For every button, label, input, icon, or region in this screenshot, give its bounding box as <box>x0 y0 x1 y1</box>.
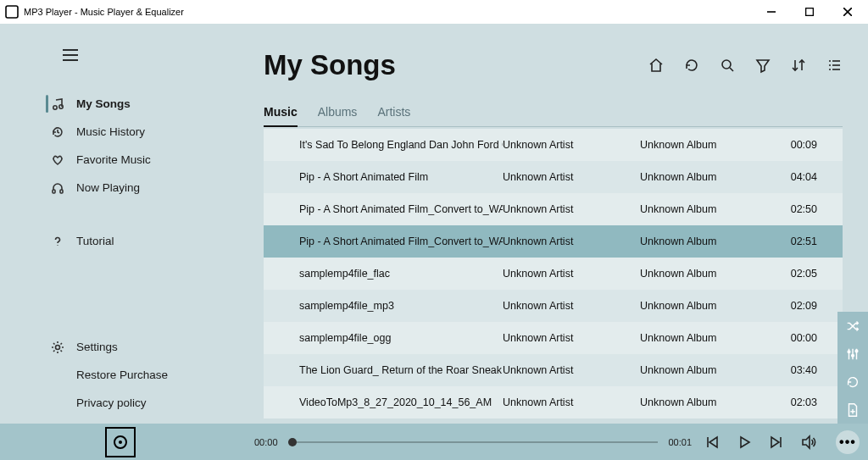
sidebar-item-label: Privacy policy <box>76 396 147 409</box>
svg-marker-16 <box>757 60 769 72</box>
content-area: My Songs Music Albums Artists It's Sad T… <box>238 24 868 424</box>
play-button[interactable] <box>736 434 753 451</box>
song-duration: 02:50 <box>770 203 829 215</box>
svg-marker-32 <box>709 437 717 447</box>
volume-button[interactable] <box>800 434 817 451</box>
song-duration: 00:09 <box>770 139 829 151</box>
minimize-button[interactable] <box>752 0 790 24</box>
sidebar: My Songs Music History Favorite Music No… <box>0 24 238 424</box>
song-album: Unknown Album <box>640 236 770 247</box>
next-button[interactable] <box>768 434 785 451</box>
svg-rect-2 <box>805 8 813 16</box>
equalizer-icon[interactable] <box>837 340 868 368</box>
song-artist: Unknown Artist <box>503 171 640 183</box>
window-titlebar: MP3 Player - Music Player & Equalizer <box>0 0 868 24</box>
headphones-icon <box>51 181 64 195</box>
svg-point-17 <box>829 60 831 62</box>
song-artist: Unknown Artist <box>503 300 640 312</box>
filter-icon[interactable] <box>754 57 771 74</box>
album-art-placeholder[interactable] <box>105 427 136 457</box>
search-icon[interactable] <box>719 57 736 74</box>
svg-marker-33 <box>741 437 749 447</box>
sidebar-item-now-playing[interactable]: Now Playing <box>0 174 238 202</box>
sidebar-item-label: My Songs <box>76 97 131 110</box>
svg-point-12 <box>57 244 58 245</box>
tab-albums[interactable]: Albums <box>318 105 358 126</box>
previous-button[interactable] <box>704 434 721 451</box>
tabs: Music Albums Artists <box>264 105 843 127</box>
seek-bar[interactable] <box>288 441 659 443</box>
history-icon <box>51 125 64 139</box>
hamburger-icon[interactable] <box>63 49 238 64</box>
song-row[interactable]: It's Sad To Belong England Dan John Ford… <box>264 129 843 161</box>
song-row[interactable]: The Lion Guard_ Return of the Roar Sneak… <box>264 354 843 386</box>
song-album: Unknown Album <box>640 332 770 344</box>
svg-rect-0 <box>6 6 18 18</box>
song-album: Unknown Album <box>640 203 770 215</box>
sidebar-item-label: Restore Purchase <box>76 369 168 381</box>
app-icon <box>5 5 19 19</box>
song-row[interactable]: Pip - A Short Animated FilmUnknown Artis… <box>264 161 843 193</box>
song-duration: 02:51 <box>770 236 829 247</box>
refresh-icon[interactable] <box>683 57 700 74</box>
list-settings-icon[interactable] <box>826 57 843 74</box>
song-duration: 04:04 <box>770 171 829 183</box>
gear-icon <box>51 341 64 354</box>
sidebar-item-label: Now Playing <box>76 181 140 194</box>
song-title: The Lion Guard_ Return of the Roar Sneak… <box>264 364 503 376</box>
song-artist: Unknown Artist <box>503 332 640 344</box>
svg-point-21 <box>829 69 831 70</box>
right-toolbar <box>837 312 868 424</box>
shuffle-icon[interactable] <box>837 312 868 340</box>
song-row[interactable]: samplemp4file_oggUnknown ArtistUnknown A… <box>264 322 843 354</box>
more-button[interactable]: ••• <box>836 430 860 454</box>
heart-icon <box>51 153 64 167</box>
header-toolbar <box>648 57 843 74</box>
song-album: Unknown Album <box>640 268 770 280</box>
sidebar-item-tutorial[interactable]: Tutorial <box>0 227 238 255</box>
sidebar-item-privacy-policy[interactable]: Privacy policy <box>0 389 238 417</box>
loop-icon[interactable] <box>837 368 868 396</box>
sidebar-item-label: Music History <box>76 125 145 138</box>
song-row[interactable]: samplemp4file_mp3Unknown ArtistUnknown A… <box>264 290 843 322</box>
sidebar-item-label: Favorite Music <box>76 153 151 166</box>
sidebar-item-settings[interactable]: Settings <box>0 333 238 361</box>
svg-point-9 <box>59 104 63 108</box>
svg-line-15 <box>730 68 733 71</box>
song-title: Pip - A Short Animated Film <box>264 171 503 183</box>
svg-point-13 <box>56 345 60 349</box>
sidebar-item-restore-purchase[interactable]: Restore Purchase <box>0 361 238 389</box>
music-note-icon <box>51 97 64 111</box>
svg-rect-11 <box>60 190 63 193</box>
sidebar-item-music-history[interactable]: Music History <box>0 118 238 146</box>
svg-rect-10 <box>53 190 55 193</box>
seek-thumb[interactable] <box>288 438 297 446</box>
tab-artists[interactable]: Artists <box>377 105 410 126</box>
song-artist: Unknown Artist <box>503 203 640 215</box>
sidebar-item-my-songs[interactable]: My Songs <box>0 90 238 118</box>
song-list: It's Sad To Belong England Dan John Ford… <box>264 129 843 418</box>
page-title: My Songs <box>264 49 396 81</box>
tab-music[interactable]: Music <box>264 105 298 127</box>
close-button[interactable] <box>828 0 866 24</box>
blank-icon <box>51 369 64 382</box>
song-duration: 00:00 <box>770 332 829 344</box>
svg-point-8 <box>53 105 57 108</box>
add-file-icon[interactable] <box>837 396 868 424</box>
sidebar-item-label: Tutorial <box>76 235 114 247</box>
sort-icon[interactable] <box>790 57 807 74</box>
time-total: 00:01 <box>668 437 692 447</box>
song-title: It's Sad To Belong England Dan John Ford… <box>264 139 503 151</box>
home-icon[interactable] <box>648 57 665 74</box>
song-album: Unknown Album <box>640 139 770 151</box>
song-artist: Unknown Artist <box>503 364 640 376</box>
song-artist: Unknown Artist <box>503 268 640 280</box>
song-duration: 02:03 <box>770 396 829 408</box>
song-row[interactable]: Pip - A Short Animated Film_Convert to_W… <box>264 193 843 225</box>
song-row[interactable]: Pip - A Short Animated Film_Convert to_W… <box>264 225 843 258</box>
song-row[interactable]: VideoToMp3_8_27_2020_10_14_56_AMUnknown … <box>264 386 843 418</box>
song-row[interactable]: samplemp4file_flacUnknown ArtistUnknown … <box>264 258 843 290</box>
maximize-button[interactable] <box>790 0 828 24</box>
song-duration: 02:09 <box>770 300 829 312</box>
sidebar-item-favorite-music[interactable]: Favorite Music <box>0 146 238 174</box>
